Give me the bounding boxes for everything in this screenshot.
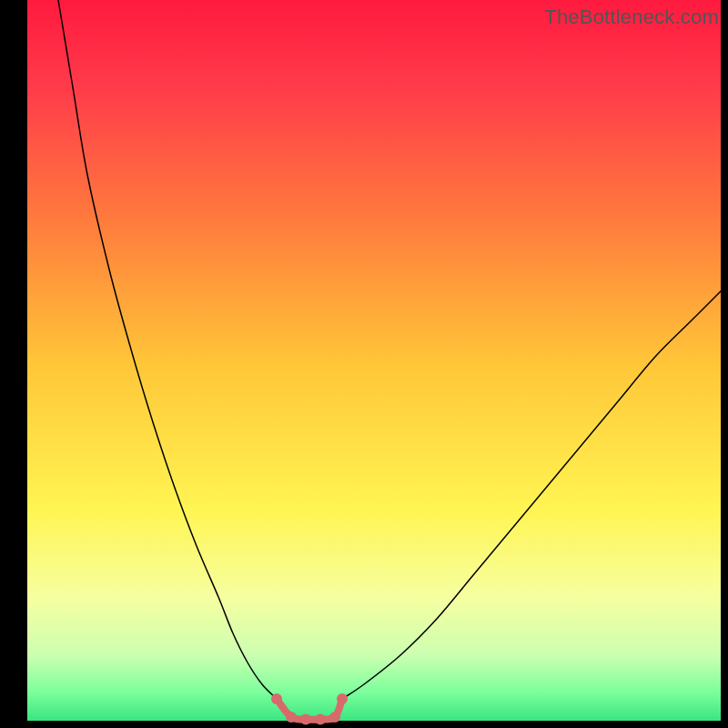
- series-marker: [271, 693, 282, 704]
- svg-rect-1: [721, 0, 728, 728]
- chart-background: [0, 0, 728, 728]
- svg-rect-0: [0, 0, 27, 728]
- series-marker: [315, 713, 326, 724]
- bottleneck-chart: [0, 0, 728, 728]
- series-marker: [337, 693, 348, 704]
- series-marker: [329, 712, 340, 723]
- chart-container: TheBottleneck.com: [0, 0, 728, 728]
- series-marker: [300, 713, 311, 724]
- watermark-text: TheBottleneck.com: [544, 5, 719, 29]
- series-marker: [286, 712, 297, 723]
- svg-rect-2: [0, 721, 728, 728]
